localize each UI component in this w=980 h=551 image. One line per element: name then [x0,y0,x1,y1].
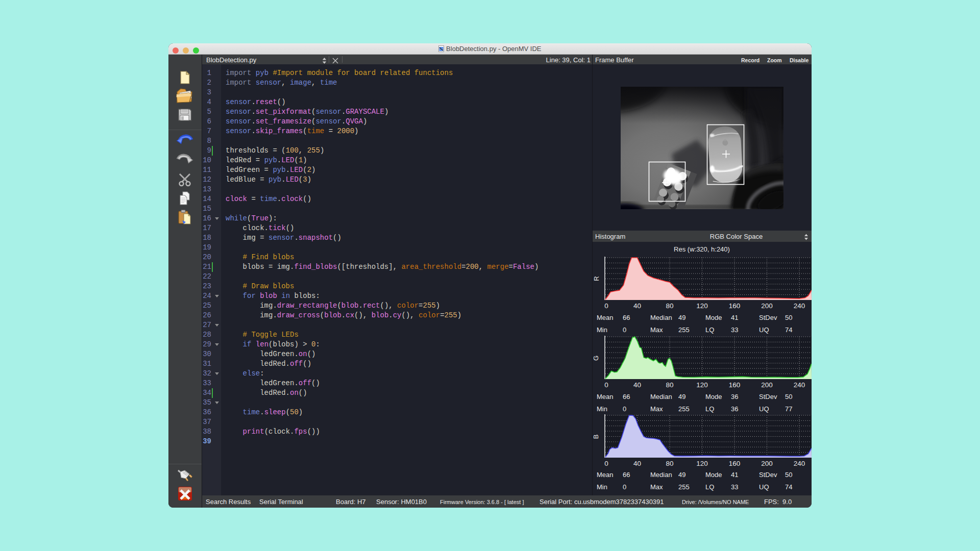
svg-text:0: 0 [604,381,608,389]
svg-text:240: 240 [794,302,805,310]
svg-text:200: 200 [761,460,773,467]
svg-text:G: G [593,356,600,361]
svg-text:0: 0 [604,302,608,310]
svg-text:R: R [593,276,600,281]
svg-text:160: 160 [729,302,741,310]
svg-text:200: 200 [761,381,773,389]
svg-text:40: 40 [633,381,641,389]
svg-text:160: 160 [729,460,741,467]
svg-text:160: 160 [729,381,741,389]
svg-text:120: 120 [696,381,708,389]
svg-text:40: 40 [633,460,641,467]
svg-text:240: 240 [794,381,805,389]
svg-text:80: 80 [666,381,673,389]
svg-text:120: 120 [696,460,708,467]
svg-text:B: B [593,435,600,439]
svg-text:240: 240 [794,460,805,467]
svg-text:40: 40 [633,302,641,310]
svg-text:0: 0 [604,460,608,467]
svg-text:80: 80 [666,302,673,310]
svg-text:120: 120 [696,302,708,310]
svg-text:200: 200 [761,302,773,310]
svg-text:80: 80 [666,460,673,467]
